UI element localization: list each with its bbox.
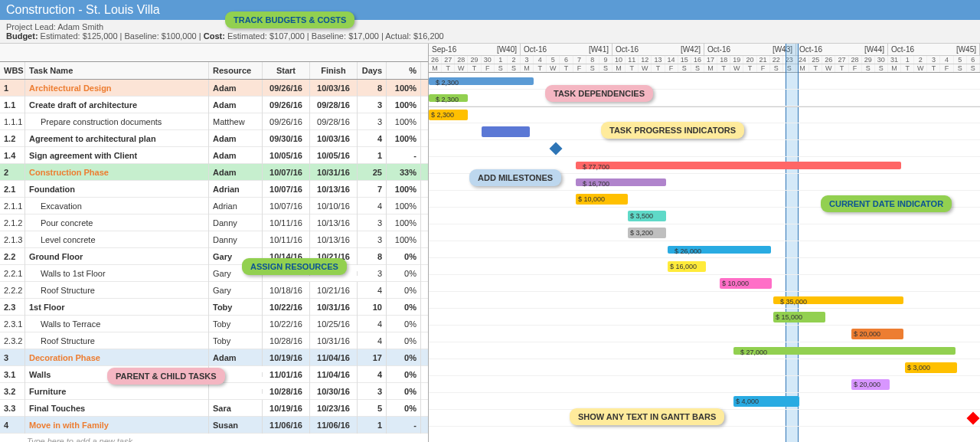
gantt-row[interactable]: $ 26,000 <box>429 241 980 258</box>
gantt-row[interactable]: $ 3,000 <box>429 359 980 376</box>
gantt-bar[interactable]: $ 27,000 <box>733 347 956 355</box>
gantt-row[interactable]: $ 27,000 <box>429 342 980 359</box>
table-row[interactable]: 2Construction PhaseAdam10/07/1610/31/162… <box>0 164 428 181</box>
window-title: Construction - St. Louis Villa <box>0 0 980 20</box>
table-row[interactable]: 3.3Final TouchesSara10/19/1610/23/1650% <box>0 400 428 417</box>
table-row[interactable]: 1.1.1Prepare construction documentsMatth… <box>0 113 428 130</box>
table-row[interactable]: 4Move in with FamilySusan11/06/1611/06/1… <box>0 417 428 434</box>
gantt-bar[interactable]: $ 15,000 <box>773 312 825 322</box>
table-row[interactable]: 1.4Sign agreement with ClientAdam10/05/1… <box>0 147 428 164</box>
gantt-row[interactable]: $ 2,300 <box>429 106 980 123</box>
gantt-bar[interactable]: $ 20,000 <box>851 329 903 339</box>
gantt-bar[interactable]: $ 26,000 <box>668 246 771 254</box>
gantt-bar[interactable]: $ 35,000 <box>773 296 903 304</box>
gantt-bar[interactable]: $ 3,200 <box>628 228 666 238</box>
add-task-input[interactable]: Type here to add a new task <box>0 434 428 442</box>
table-row[interactable]: 2.2.2Roof StructureGary10/18/1610/21/164… <box>0 282 428 299</box>
gantt-row[interactable]: $ 2,300 <box>429 73 980 90</box>
table-header: WBS Task Name Resource Start Finish Days… <box>0 62 428 80</box>
table-row[interactable]: 3Decoration PhaseAdam10/19/1611/04/16170… <box>0 349 428 366</box>
table-row[interactable]: 2.1.2Pour concreteDanny10/11/1610/13/163… <box>0 214 428 231</box>
table-row[interactable]: 2.1.3Level concreteDanny10/11/1610/13/16… <box>0 231 428 248</box>
gantt-bar[interactable]: $ 4,000 <box>733 396 799 407</box>
milestone-diamond[interactable] <box>550 142 563 156</box>
gantt-bar[interactable]: $ 10,000 <box>720 278 772 289</box>
table-row[interactable]: 1Architectural DesignAdam09/26/1610/03/1… <box>0 80 428 97</box>
callout-dep: TASK DEPENDENCIES <box>545 85 653 102</box>
callout-show: SHOW ANY TEXT IN GANTT BARS <box>570 408 724 425</box>
gantt-area[interactable]: Sep-16[W40]Oct-16[W41]Oct-16[W42]Oct-16[… <box>429 44 980 442</box>
gantt-row[interactable]: $ 2,300 <box>429 90 980 106</box>
gantt-bar[interactable]: $ 10,000 <box>576 194 628 205</box>
project-info: Project Lead: Adam Smith Budget: Estimat… <box>0 20 980 44</box>
table-row[interactable]: 3.2Furniture10/28/1610/30/1630% <box>0 383 428 400</box>
gantt-bar[interactable]: $ 77,700 <box>576 162 901 169</box>
milestone-diamond[interactable] <box>967 412 980 425</box>
gantt-bar[interactable]: $ 2,300 <box>429 94 468 102</box>
gantt-row[interactable] <box>429 140 980 157</box>
callout-par: PARENT & CHILD TASKS <box>107 368 225 385</box>
gantt-bar[interactable]: $ 3,000 <box>905 362 957 373</box>
gantt-row[interactable]: $ 35,000 <box>429 292 980 309</box>
callout-cur: CURRENT DATE INDICATOR <box>821 195 952 212</box>
table-row[interactable]: 2.2.1Walls to 1st FloorGary30% <box>0 265 428 282</box>
gantt-bar[interactable]: $ 2,300 <box>429 77 534 85</box>
gantt-bar[interactable] <box>482 126 530 137</box>
gantt-row[interactable]: $ 15,000 <box>429 309 980 326</box>
gantt-row[interactable]: $ 4,000 <box>429 393 980 410</box>
table-row[interactable]: 1.1Create draft of architectureAdam09/26… <box>0 97 428 113</box>
callout-budget: TRACK BUDGETS & COSTS <box>225 11 354 28</box>
table-row[interactable]: 2.3.1Walls to TerraceToby10/22/1610/25/1… <box>0 316 428 332</box>
table-row[interactable]: 2.3.2Roof StructureToby10/28/1610/31/164… <box>0 332 428 349</box>
table-row[interactable]: 2.2Ground FloorGary10/14/1610/21/1680% <box>0 248 428 265</box>
gantt-row[interactable]: $ 20,000 <box>429 326 980 342</box>
gantt-bar[interactable]: $ 2,300 <box>429 110 468 120</box>
table-row[interactable]: 2.1.1ExcavationAdrian10/07/1610/10/16410… <box>0 198 428 214</box>
gantt-bar[interactable]: $ 20,000 <box>851 379 890 390</box>
gantt-row[interactable]: $ 16,000 <box>429 258 980 275</box>
callout-prog: TASK PROGRESS INDICATORS <box>601 122 744 139</box>
table-row[interactable]: 2.1FoundationAdrian10/07/1610/13/167100% <box>0 181 428 198</box>
gantt-row[interactable]: $ 20,000 <box>429 376 980 393</box>
callout-res: ASSIGN RESOURCES <box>242 258 347 275</box>
callout-mile: ADD MILESTONES <box>469 169 561 186</box>
gantt-row[interactable]: $ 10,000 <box>429 275 980 292</box>
gantt-bar[interactable]: $ 16,000 <box>668 261 706 272</box>
table-row[interactable]: 1.2Agreement to architectural planAdam09… <box>0 130 428 147</box>
gantt-bar[interactable]: $ 3,500 <box>628 211 666 221</box>
gantt-row[interactable]: $ 3,200 <box>429 224 980 241</box>
table-row[interactable]: 2.31st FloorToby10/22/1610/31/16100% <box>0 299 428 316</box>
gantt-bar[interactable]: $ 16,700 <box>576 178 666 186</box>
